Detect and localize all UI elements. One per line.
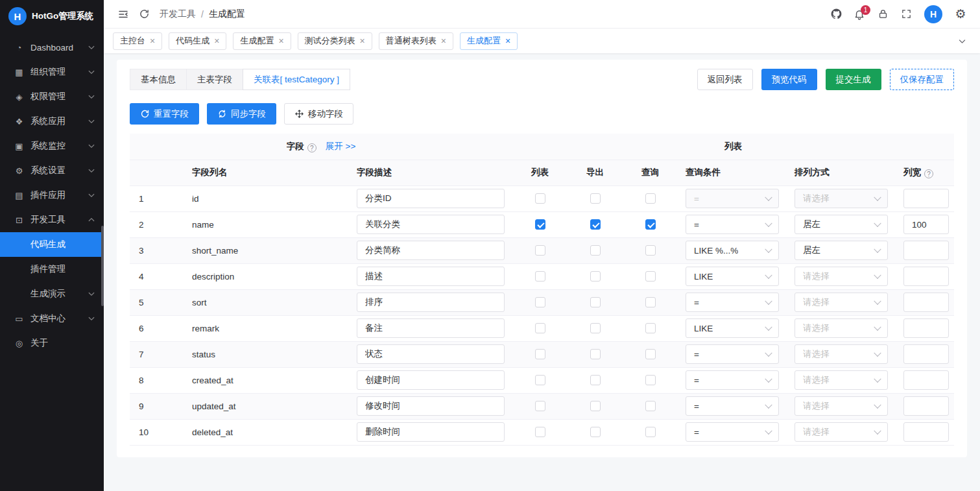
condition-select[interactable]: LIKE [686,267,779,286]
width-input[interactable] [903,267,949,286]
help-icon[interactable]: ? [307,143,317,152]
sidebar-item-docs-center[interactable]: ▭ 文档中心 [0,306,104,331]
width-input[interactable] [903,318,949,338]
width-input[interactable] [903,293,949,312]
align-select[interactable]: 居左 [795,241,888,260]
align-select[interactable]: 请选择 [795,267,888,286]
query-checkbox[interactable] [645,245,656,256]
export-checkbox[interactable] [590,427,601,437]
sidebar-scrollbar[interactable] [101,226,104,306]
list-checkbox[interactable] [535,401,545,411]
list-checkbox[interactable] [535,297,545,307]
back-list-button[interactable]: 返回列表 [697,69,753,90]
refresh-icon[interactable] [134,4,154,25]
page-tab-6[interactable]: 生成配置 × [460,32,518,50]
breadcrumb-item-current[interactable]: 生成配置 [209,8,245,20]
list-checkbox[interactable] [535,219,545,230]
query-checkbox[interactable] [645,375,656,385]
query-checkbox[interactable] [645,193,656,204]
export-checkbox[interactable] [590,323,601,333]
condition-select[interactable]: = [686,370,779,390]
tab-close-icon[interactable]: × [360,36,365,45]
expand-fields-link[interactable]: 展开 >> [326,141,356,151]
sidebar-item-organization[interactable]: ▦ 组织管理 [0,60,104,84]
field-desc-input[interactable] [357,422,505,442]
lock-screen-icon[interactable] [872,4,893,25]
sidebar-item-about[interactable]: ◎ 关于 [0,331,104,355]
page-tab-2[interactable]: 代码生成 × [169,32,226,50]
align-select[interactable]: 请选择 [795,370,888,390]
tab-close-icon[interactable]: × [214,36,219,45]
page-tab-5[interactable]: 普通树表列表 × [379,32,453,50]
condition-select[interactable]: = [686,344,779,364]
sidebar-item-dashboard[interactable]: ◔ Dashboard [0,35,104,60]
align-select[interactable]: 请选择 [795,344,888,364]
sidebar-item-dev-tools[interactable]: ⊡ 开发工具 [0,208,104,232]
sidebar-item-generate-demo[interactable]: 生成演示 [0,281,104,306]
condition-select[interactable]: = [686,215,779,234]
layout-settings-gear-icon[interactable]: ⚙ [950,4,971,25]
width-input[interactable] [903,370,949,390]
field-desc-input[interactable] [357,344,505,364]
export-checkbox[interactable] [590,297,601,307]
github-icon[interactable] [826,4,846,25]
sidebar-item-permission[interactable]: ◈ 权限管理 [0,84,104,109]
field-desc-input[interactable] [357,318,505,338]
tab-basic-info[interactable]: 基本信息 [130,69,187,90]
sync-fields-button[interactable]: 同步字段 [207,103,276,125]
condition-select[interactable]: LIKE [686,318,779,338]
move-fields-button[interactable]: 移动字段 [284,103,353,125]
tabs-dropdown-button[interactable] [953,32,971,50]
export-checkbox[interactable] [590,401,601,411]
list-checkbox[interactable] [535,323,545,333]
query-checkbox[interactable] [645,349,656,359]
align-select[interactable]: 请选择 [795,396,888,416]
page-tab-3[interactable]: 生成配置 × [233,32,291,50]
list-checkbox[interactable] [535,245,545,256]
app-logo[interactable]: H HotGo管理系统 [0,0,104,32]
sidebar-item-system-monitor[interactable]: ▣ 系统监控 [0,134,104,158]
align-select[interactable]: 请选择 [795,422,888,442]
field-desc-input[interactable] [357,396,505,416]
tab-close-icon[interactable]: × [441,36,446,45]
query-checkbox[interactable] [645,323,656,333]
list-checkbox[interactable] [535,271,545,281]
tab-relation-table[interactable]: 关联表[ testCategory ] [243,69,350,90]
query-checkbox[interactable] [645,271,656,281]
export-checkbox[interactable] [590,245,601,256]
align-select[interactable]: 请选择 [795,318,888,338]
condition-select[interactable]: = [686,422,779,442]
breadcrumb-item[interactable]: 开发工具 [160,8,196,20]
condition-select[interactable]: LIKE %...% [686,241,779,260]
condition-select[interactable]: = [686,293,779,312]
export-checkbox[interactable] [590,271,601,281]
export-checkbox[interactable] [590,349,601,359]
condition-select[interactable]: = [686,396,779,416]
page-tab-4[interactable]: 测试分类列表 × [298,32,372,50]
tab-main-fields[interactable]: 主表字段 [186,69,243,90]
width-input[interactable] [903,241,949,260]
help-icon[interactable]: ? [924,169,933,178]
sidebar-item-system-app[interactable]: ❖ 系统应用 [0,109,104,134]
export-checkbox[interactable] [590,375,601,385]
query-checkbox[interactable] [645,219,656,230]
user-avatar[interactable]: H [924,5,942,23]
export-checkbox[interactable] [590,193,601,204]
width-input[interactable] [903,189,949,208]
notification-bell-icon[interactable]: 1 [849,4,870,25]
submit-generate-button[interactable]: 提交生成 [826,69,881,90]
sidebar-item-plugin-manage[interactable]: 插件管理 [0,257,104,281]
width-input[interactable] [903,422,949,442]
preview-code-button[interactable]: 预览代码 [761,69,817,90]
fullscreen-icon[interactable] [896,4,916,25]
sidebar-collapse-icon[interactable] [113,4,134,25]
align-select[interactable]: 请选择 [795,189,888,208]
field-desc-input[interactable] [357,267,505,286]
field-desc-input[interactable] [357,189,505,208]
tab-close-icon[interactable]: × [505,36,510,45]
query-checkbox[interactable] [645,297,656,307]
field-desc-input[interactable] [357,370,505,390]
export-checkbox[interactable] [590,219,601,230]
page-tab-1[interactable]: 主控台 × [113,32,162,50]
list-checkbox[interactable] [535,427,545,437]
